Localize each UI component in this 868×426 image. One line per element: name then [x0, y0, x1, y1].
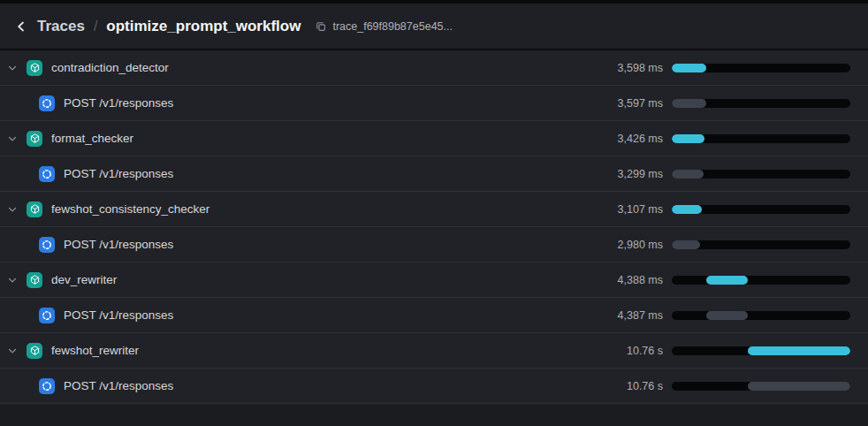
- timeline-track: [672, 205, 850, 214]
- http-request-icon: [39, 166, 55, 182]
- http-request-icon: [39, 95, 55, 111]
- span-duration: 10.76 s: [594, 345, 663, 357]
- timeline-track: [672, 276, 850, 285]
- agent-icon: [27, 60, 42, 76]
- trace-viewer: Traces / optimize_prompt_workflow trace_…: [0, 0, 868, 426]
- timeline-bar: [706, 311, 748, 320]
- trace-row[interactable]: fewshot_rewriter10.76 s: [0, 333, 868, 369]
- timeline-bar: [672, 99, 706, 108]
- span-label: POST /v1/responses: [64, 379, 173, 392]
- trace-row[interactable]: POST /v1/responses3,299 ms: [0, 156, 868, 192]
- timeline-track: [672, 64, 850, 72]
- span-duration: 3,107 ms: [594, 203, 663, 216]
- span-label: POST /v1/responses: [64, 308, 173, 322]
- agent-icon: [27, 202, 42, 217]
- span-duration: 3,426 ms: [594, 133, 663, 145]
- agent-icon: [27, 272, 42, 288]
- span-label: fewshot_consistency_checker: [51, 202, 209, 216]
- span-label: format_checker: [51, 132, 133, 145]
- timeline-bar: [672, 240, 700, 249]
- timeline-track: [672, 240, 850, 249]
- trace-header: Traces / optimize_prompt_workflow trace_…: [0, 4, 868, 50]
- timeline-track: [672, 382, 850, 391]
- trace-row[interactable]: POST /v1/responses4,387 ms: [0, 298, 868, 333]
- span-label: fewshot_rewriter: [51, 344, 139, 357]
- span-label: POST /v1/responses: [64, 238, 173, 251]
- breadcrumb-traces-link[interactable]: Traces: [37, 18, 85, 35]
- timeline-bar: [672, 64, 706, 72]
- trace-row[interactable]: dev_rewriter4,388 ms: [0, 262, 868, 298]
- trace-row[interactable]: POST /v1/responses2,980 ms: [0, 227, 868, 262]
- span-duration: 3,299 ms: [594, 168, 663, 180]
- http-request-icon: [39, 378, 55, 394]
- span-duration: 3,598 ms: [594, 62, 663, 74]
- timeline-track: [672, 99, 850, 108]
- chevron-down-icon[interactable]: [7, 204, 27, 215]
- timeline-track: [672, 170, 850, 179]
- trace-row[interactable]: POST /v1/responses10.76 s: [0, 369, 868, 404]
- chevron-down-icon[interactable]: [7, 63, 27, 73]
- trace-row[interactable]: POST /v1/responses3,597 ms: [0, 86, 868, 121]
- trace-row[interactable]: contradiction_detector3,598 ms: [0, 50, 868, 86]
- timeline-bar: [672, 205, 702, 214]
- agent-icon: [27, 131, 42, 147]
- span-list: contradiction_detector3,598 msPOST /v1/r…: [0, 50, 868, 404]
- page-title: optimize_prompt_workflow: [106, 18, 301, 35]
- chevron-down-icon[interactable]: [7, 133, 27, 144]
- chevron-down-icon[interactable]: [7, 275, 27, 285]
- timeline-track: [672, 134, 850, 143]
- timeline-bar: [672, 170, 704, 179]
- http-request-icon: [39, 308, 55, 323]
- chevron-down-icon[interactable]: [7, 346, 27, 356]
- timeline-bar: [748, 382, 850, 391]
- trace-row[interactable]: fewshot_consistency_checker3,107 ms: [0, 192, 868, 227]
- http-request-icon: [39, 237, 55, 253]
- span-label: POST /v1/responses: [64, 167, 173, 180]
- footer-empty-area: [0, 404, 868, 426]
- timeline-bar: [748, 346, 850, 355]
- breadcrumb-divider: /: [94, 19, 97, 34]
- span-duration: 2,980 ms: [594, 239, 663, 251]
- back-icon[interactable]: [14, 19, 28, 34]
- timeline-track: [672, 346, 850, 355]
- span-duration: 4,388 ms: [594, 274, 663, 286]
- span-duration: 10.76 s: [594, 380, 663, 392]
- trace-row[interactable]: format_checker3,426 ms: [0, 121, 868, 156]
- span-duration: 3,597 ms: [594, 97, 663, 110]
- trace-id-text: trace_f69f89b87e5e45...: [332, 20, 453, 33]
- agent-icon: [27, 343, 42, 359]
- timeline-bar: [706, 276, 748, 285]
- timeline-bar: [672, 134, 704, 143]
- span-label: contradiction_detector: [51, 61, 169, 74]
- span-label: POST /v1/responses: [64, 96, 173, 110]
- copy-icon[interactable]: [315, 20, 327, 33]
- timeline-track: [672, 311, 850, 320]
- span-duration: 4,387 ms: [594, 309, 663, 322]
- span-label: dev_rewriter: [51, 273, 117, 286]
- trace-id-badge[interactable]: trace_f69f89b87e5e45...: [315, 20, 453, 33]
